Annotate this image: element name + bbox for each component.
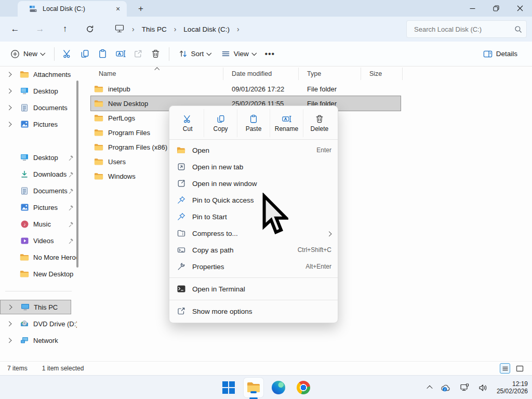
view-button[interactable]: View <box>216 46 261 61</box>
chevron-right-icon[interactable] <box>7 106 14 110</box>
menu-item-pin-to-start[interactable]: Pin to Start <box>169 208 338 225</box>
rename-menu-button[interactable]: Rename <box>270 109 303 137</box>
menu-item-copy-as-path[interactable]: Copy as path Ctrl+Shift+C <box>169 242 338 258</box>
hidden-icons-button[interactable] <box>425 383 434 392</box>
menu-divider <box>169 300 338 300</box>
copy-menu-button[interactable]: Copy <box>204 109 237 137</box>
delete-button[interactable] <box>147 45 165 63</box>
sort-button[interactable]: Sort <box>174 46 216 61</box>
sidebar-item-desktop-tree[interactable]: Desktop <box>0 84 77 98</box>
more-options-button[interactable]: ••• <box>261 45 278 63</box>
file-name: New Desktop <box>108 100 148 108</box>
videos-icon <box>20 237 29 244</box>
paste-button[interactable] <box>94 45 112 63</box>
ethernet-icon <box>460 383 470 392</box>
sidebar-item-music[interactable]: ♪ Music <box>0 217 77 231</box>
volume-tray-icon[interactable] <box>476 382 490 394</box>
taskbar: i 12:19 25/02/2026 <box>0 375 532 399</box>
menu-item-pin-to-quick-access[interactable]: Pin to Quick access <box>169 192 338 208</box>
menu-item-open[interactable]: Open Enter <box>169 142 338 158</box>
chevron-right-icon[interactable] <box>7 123 14 126</box>
taskbar-edge[interactable] <box>269 378 288 397</box>
menu-item-label: Pin to Quick access <box>192 196 331 204</box>
chevron-right-icon[interactable] <box>8 305 14 309</box>
pin-icon <box>68 188 74 194</box>
column-header-type[interactable]: Type <box>299 68 361 80</box>
menu-item-label: Open in new window <box>192 180 331 188</box>
folder-icon <box>94 172 103 180</box>
refresh-button[interactable] <box>81 20 99 38</box>
close-button[interactable] <box>508 0 532 17</box>
sidebar-item-desktop[interactable]: Desktop <box>0 150 77 165</box>
menu-item-show-more-options[interactable]: Show more options <box>169 303 338 320</box>
rename-icon <box>282 114 291 124</box>
taskbar-file-explorer[interactable] <box>244 378 263 397</box>
sidebar-item-dvd-drive[interactable]: DVD Drive (D:) E <box>0 316 77 331</box>
sidebar-item-downloads[interactable]: Downloads <box>0 167 77 181</box>
minimize-button[interactable] <box>460 0 484 17</box>
network-icon <box>20 337 29 344</box>
breadcrumb-local-disk[interactable]: Local Disk (C:) <box>179 23 234 35</box>
cut-button[interactable] <box>59 45 76 63</box>
copy-button[interactable] <box>76 45 94 63</box>
explorer-tab[interactable]: Local Disk (C:) × <box>18 1 127 17</box>
sidebar-item-documents-tree[interactable]: Documents <box>0 100 77 115</box>
menu-item-properties[interactable]: Properties Alt+Enter <box>169 258 338 275</box>
tab-close-icon[interactable]: × <box>113 4 123 14</box>
show-more-icon <box>177 307 185 315</box>
folder-icon <box>94 143 103 151</box>
chevron-right-icon[interactable] <box>7 89 14 93</box>
sidebar-item-this-pc[interactable]: This PC <box>0 300 71 314</box>
chevron-right-icon[interactable] <box>7 73 14 76</box>
terminal-icon <box>177 285 185 292</box>
start-button[interactable] <box>219 378 238 397</box>
sidebar-item-network[interactable]: Network <box>0 333 77 348</box>
menu-item-open-in-terminal[interactable]: Open in Terminal <box>169 281 338 297</box>
search-box[interactable] <box>406 20 527 38</box>
chevron-right-icon[interactable] <box>7 322 14 326</box>
sidebar-item-videos[interactable]: Videos <box>0 233 77 248</box>
file-explorer-icon <box>246 381 261 394</box>
quick-action-label: Paste <box>246 125 262 132</box>
restore-button[interactable] <box>484 0 508 17</box>
details-view-button[interactable] <box>500 363 510 374</box>
taskbar-clock[interactable]: 12:19 25/02/2026 <box>497 380 528 395</box>
breadcrumb-this-pc[interactable]: This PC <box>138 23 171 35</box>
onedrive-tray-icon[interactable]: i <box>438 382 453 394</box>
new-button[interactable]: New <box>5 46 50 62</box>
sidebar-item-no-more-heroes[interactable]: No More Heroes <box>0 250 77 264</box>
up-button[interactable]: ↑ <box>56 20 74 38</box>
sidebar-divider <box>5 291 72 291</box>
sidebar-item-pictures[interactable]: Pictures <box>0 200 77 215</box>
delete-menu-button[interactable]: Delete <box>303 109 336 137</box>
column-header-size[interactable]: Size <box>361 68 403 80</box>
column-header-name[interactable]: Name <box>91 68 223 80</box>
sidebar-item-pictures-tree[interactable]: Pictures <box>0 117 77 131</box>
chevron-down-icon <box>251 50 256 55</box>
rename-button[interactable] <box>112 45 129 63</box>
sidebar-item-new-desktop[interactable]: New Desktop <box>0 267 77 281</box>
this-pc-icon[interactable] <box>110 22 129 36</box>
paste-menu-button[interactable]: Paste <box>237 109 270 137</box>
back-button[interactable]: ← <box>6 20 24 38</box>
network-tray-icon[interactable] <box>458 381 472 394</box>
column-header-date-modified[interactable]: Date modified <box>223 68 299 80</box>
new-tab-button[interactable]: + <box>134 2 148 16</box>
cut-menu-button[interactable]: Cut <box>171 109 204 137</box>
large-icons-view-button[interactable] <box>514 363 525 374</box>
menu-item-open-in-new-window[interactable]: Open in new window <box>169 175 338 192</box>
sidebar-item-documents[interactable]: Documents <box>0 183 77 198</box>
menu-item-label: Copy as path <box>192 246 291 254</box>
details-pane-button[interactable]: Details <box>478 47 523 61</box>
file-row-inetpub[interactable]: inetpub 09/01/2026 17:22 File folder <box>91 82 403 96</box>
chevron-right-icon[interactable] <box>7 339 14 342</box>
sidebar-item-attachments[interactable]: Attachments <box>0 67 77 82</box>
share-button[interactable] <box>129 45 147 63</box>
menu-item-open-in-new-tab[interactable]: Open in new tab <box>169 158 338 175</box>
sidebar-scrollbar[interactable] <box>76 81 78 268</box>
taskbar-chrome[interactable] <box>294 378 313 397</box>
forward-button[interactable]: → <box>31 20 49 38</box>
menu-divider <box>169 139 338 140</box>
menu-item-compress-to[interactable]: Compress to... <box>169 225 338 242</box>
search-input[interactable] <box>413 25 514 34</box>
